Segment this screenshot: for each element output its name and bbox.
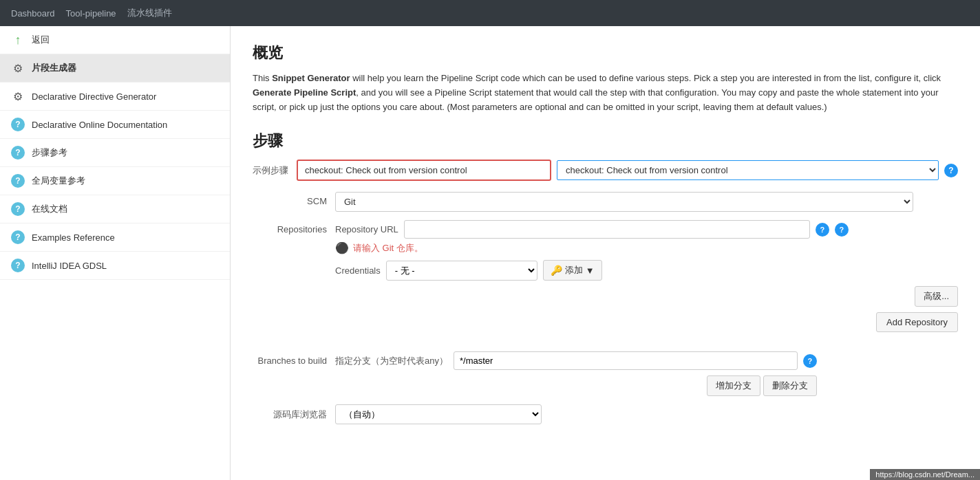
sidebar-item-examples-ref-label: Examples Reference xyxy=(32,232,115,243)
branches-label: Branches to build xyxy=(253,351,335,366)
advanced-row: 高级... xyxy=(335,286,958,307)
repo-url-help-icon[interactable]: ? xyxy=(816,223,829,237)
question-icon-5: ? xyxy=(11,259,25,272)
sidebar-item-online-doc[interactable]: ? 在线文档 xyxy=(0,195,230,223)
repo-content: Repository URL ? ? ⚫ 请输入 Git 仓库。 Credent… xyxy=(335,220,958,343)
content-area: 概览 This Snippet Generator will help you … xyxy=(231,26,980,480)
add-btn-label: 添加 xyxy=(565,264,583,276)
sidebar-item-global-var-label: 全局变量参考 xyxy=(32,175,85,187)
branches-input[interactable] xyxy=(454,351,798,370)
sidebar-item-online-doc-label: 在线文档 xyxy=(32,203,67,215)
gear2-icon: ⚙ xyxy=(11,89,25,103)
app-container: Dashboard Tool-pipeline 流水线插件 ↑ 返回 ⚙ 片段生… xyxy=(0,0,980,480)
nav-pipeline-plugin[interactable]: 流水线插件 xyxy=(127,7,172,19)
main-area: ↑ 返回 ⚙ 片段生成器 ⚙ Declarative Directive Gen… xyxy=(0,26,980,480)
sidebar-item-declarative-directive-label: Declarative Directive Generator xyxy=(32,91,156,102)
sidebar-item-global-var[interactable]: ? 全局变量参考 xyxy=(0,167,230,195)
sidebar: ↑ 返回 ⚙ 片段生成器 ⚙ Declarative Directive Gen… xyxy=(0,26,231,480)
nav-tool-pipeline[interactable]: Tool-pipeline xyxy=(66,8,116,19)
gear-icon: ⚙ xyxy=(11,61,25,75)
overview-title: 概览 xyxy=(253,43,958,63)
desc-text-2: will help you learn the Pipeline Script … xyxy=(350,73,941,83)
add-credentials-button[interactable]: 🔑 添加 ▼ xyxy=(543,260,602,281)
repositories-label: Repositories xyxy=(253,220,335,234)
credentials-select[interactable]: - 无 - xyxy=(386,261,537,281)
sidebar-item-snippet-label: 片段生成器 xyxy=(32,62,76,74)
question-icon-3: ? xyxy=(11,202,25,216)
branches-inner-row: 指定分支（为空时代表any） ? xyxy=(335,351,817,370)
desc-text-1: This xyxy=(253,73,272,83)
sidebar-item-snippet-gen[interactable]: ⚙ 片段生成器 xyxy=(0,54,230,83)
scm-select[interactable]: Git xyxy=(335,192,913,212)
branches-content: 指定分支（为空时代表any） ? 增加分支 删除分支 xyxy=(335,351,817,396)
credentials-row: Credentials - 无 - 🔑 添加 ▼ xyxy=(335,260,958,281)
browser-label: 源码库浏览器 xyxy=(253,404,335,421)
scm-label: SCM xyxy=(253,192,335,206)
sidebar-item-declarative-directive[interactable]: ⚙ Declarative Directive Generator xyxy=(0,83,230,111)
info-icon: ? xyxy=(11,118,25,131)
repo-url-input[interactable] xyxy=(404,220,810,239)
desc-bold-2: Generate Pipeline Script xyxy=(253,87,356,98)
scm-row: SCM Git xyxy=(253,192,958,212)
step-input[interactable] xyxy=(299,162,548,178)
sidebar-item-examples-ref[interactable]: ? Examples Reference xyxy=(0,223,230,252)
step-input-wrapper xyxy=(297,160,551,181)
question-icon-4: ? xyxy=(11,230,25,244)
question-icon-1: ? xyxy=(11,146,25,160)
sidebar-item-step-ref[interactable]: ? 步骤参考 xyxy=(0,139,230,167)
error-icon: ⚫ xyxy=(335,241,349,254)
desc-text-3: , and you will see a Pipeline Script sta… xyxy=(253,87,939,112)
steps-title: 步骤 xyxy=(253,131,958,151)
browser-row: 源码库浏览器 （自动） xyxy=(253,404,958,424)
branches-help-icon[interactable]: ? xyxy=(803,354,817,368)
top-nav: Dashboard Tool-pipeline 流水线插件 xyxy=(0,0,980,26)
repo-url-label: Repository URL xyxy=(335,224,398,234)
repo-url-help-icon-2[interactable]: ? xyxy=(835,223,849,237)
add-repo-row: Add Repository xyxy=(335,312,958,332)
branches-sublabel: 指定分支（为空时代表any） xyxy=(335,355,448,367)
sidebar-item-intellij-label: IntelliJ IDEA GDSL xyxy=(32,261,107,271)
credentials-label: Credentials xyxy=(335,265,381,276)
sidebar-item-declarative-online-label: Declarative Online Documentation xyxy=(32,120,167,130)
sidebar-item-back-label: 返回 xyxy=(32,34,50,46)
error-row: ⚫ 请输入 Git 仓库。 xyxy=(335,241,958,254)
key-icon: 🔑 xyxy=(551,265,562,276)
step-label: 示例步骤 xyxy=(253,164,288,177)
step-row: 示例步骤 checkout: Check out from version co… xyxy=(253,160,958,181)
branches-row: Branches to build 指定分支（为空时代表any） ? 增加分支 … xyxy=(253,351,958,396)
arrow-up-icon: ↑ xyxy=(11,33,25,47)
sidebar-item-back[interactable]: ↑ 返回 xyxy=(0,26,230,54)
description-box: This Snippet Generator will help you lea… xyxy=(253,72,958,114)
question-icon-2: ? xyxy=(11,174,25,188)
browser-select[interactable]: （自动） xyxy=(335,404,542,424)
add-branch-button[interactable]: 增加分支 xyxy=(707,375,760,396)
dropdown-arrow-icon: ▼ xyxy=(586,265,595,276)
add-repository-button[interactable]: Add Repository xyxy=(876,312,958,332)
delete-branch-button[interactable]: 删除分支 xyxy=(763,375,817,396)
nav-dashboard[interactable]: Dashboard xyxy=(11,8,55,19)
sidebar-item-step-ref-label: 步骤参考 xyxy=(32,146,67,159)
sidebar-item-intellij[interactable]: ? IntelliJ IDEA GDSL xyxy=(0,252,230,280)
desc-bold-1: Snippet Generator xyxy=(272,73,350,83)
browser-inner-row: （自动） xyxy=(335,404,542,424)
advanced-button[interactable]: 高级... xyxy=(915,286,958,307)
error-text: 请输入 Git 仓库。 xyxy=(353,242,423,254)
repositories-row: Repositories Repository URL ? ? ⚫ 请输入 Gi… xyxy=(253,220,958,343)
footer-link[interactable]: https://blog.csdn.net/Dream... xyxy=(870,469,980,480)
step-select[interactable]: checkout: Check out from version control xyxy=(557,160,939,180)
step-help-icon[interactable]: ? xyxy=(944,164,958,177)
branch-buttons-row: 增加分支 删除分支 xyxy=(335,375,817,396)
repo-url-row: Repository URL ? ? xyxy=(335,220,958,239)
sidebar-item-declarative-online[interactable]: ? Declarative Online Documentation xyxy=(0,111,230,139)
